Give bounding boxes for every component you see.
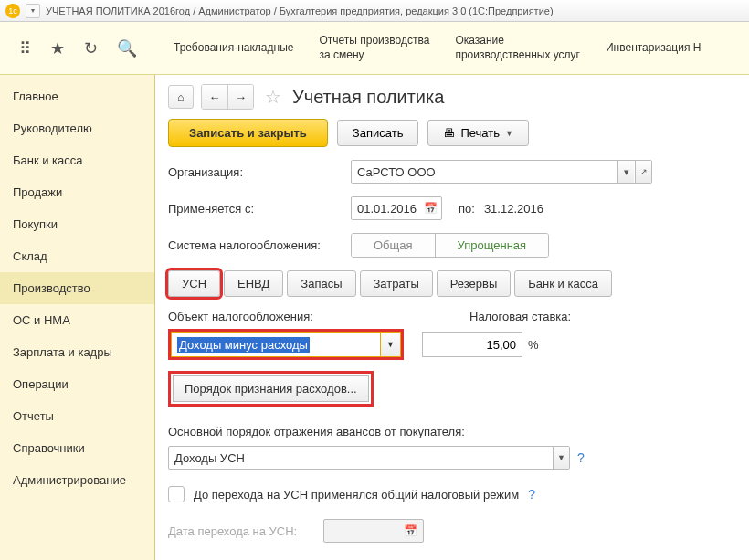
tax-rate-input[interactable] bbox=[422, 332, 522, 357]
print-label: Печать bbox=[460, 126, 500, 140]
tax-object-combo[interactable]: Доходы минус расходы ▼ bbox=[168, 329, 404, 360]
date-from-input[interactable]: 01.01.2016 📅 bbox=[351, 196, 442, 220]
link-requirements[interactable]: Требования-накладные bbox=[174, 41, 293, 56]
sidebar-item-manager[interactable]: Руководителю bbox=[0, 112, 154, 144]
page-nav: ⌂ ← → ☆ Учетная политика bbox=[168, 84, 736, 110]
link-prod-services[interactable]: Оказание производственных услуг bbox=[455, 34, 580, 62]
tab-stock[interactable]: Запасы bbox=[287, 270, 355, 297]
sidebar: Главное Руководителю Банк и касса Продаж… bbox=[0, 75, 155, 560]
taxsys-segment: Общая Упрощенная bbox=[351, 233, 549, 258]
tab-reserves[interactable]: Резервы bbox=[437, 270, 512, 297]
tab-costs[interactable]: Затраты bbox=[360, 270, 433, 297]
forward-button[interactable]: → bbox=[227, 85, 253, 109]
trans-date-label: Дата перехода на УСН: bbox=[168, 524, 314, 538]
calendar-icon-2: 📅 bbox=[404, 524, 417, 537]
tab-bank[interactable]: Банк и касса bbox=[514, 270, 612, 297]
date-from-value: 01.01.2016 bbox=[357, 202, 417, 216]
history-icon[interactable]: ↻ bbox=[84, 38, 98, 58]
applies-label: Применяется с: bbox=[168, 202, 342, 216]
date-to-value: 31.12.2016 bbox=[484, 202, 543, 216]
star-icon[interactable]: ☆ bbox=[265, 86, 281, 108]
sidebar-item-main[interactable]: Главное bbox=[0, 80, 154, 112]
sidebar-item-admin[interactable]: Администрирование bbox=[0, 464, 154, 496]
taxsys-common[interactable]: Общая bbox=[352, 234, 435, 257]
sidebar-item-sales[interactable]: Продажи bbox=[0, 176, 154, 208]
help-icon-2[interactable]: ? bbox=[528, 487, 535, 502]
tab-envd[interactable]: ЕНВД bbox=[224, 270, 283, 297]
calendar-icon[interactable]: 📅 bbox=[424, 202, 438, 215]
titlebar-dropdown[interactable]: ▾ bbox=[26, 4, 40, 18]
tab-usn[interactable]: УСН bbox=[168, 270, 220, 297]
sidebar-item-purchases[interactable]: Покупки bbox=[0, 208, 154, 240]
sidebar-item-warehouse[interactable]: Склад bbox=[0, 240, 154, 272]
search-icon[interactable]: 🔍 bbox=[117, 38, 137, 58]
avans-value: Доходы УСН bbox=[174, 451, 245, 465]
page-title: Учетная политика bbox=[292, 87, 444, 108]
avans-label: Основной порядок отражения авансов от по… bbox=[168, 425, 736, 438]
home-button[interactable]: ⌂ bbox=[168, 85, 194, 109]
apps-icon[interactable]: ⠿ bbox=[19, 38, 31, 58]
sidebar-item-bank[interactable]: Банк и касса bbox=[0, 144, 154, 176]
org-external-icon[interactable]: ↗ bbox=[635, 161, 651, 183]
action-row: Записать и закрыть Записать 🖶 Печать ▼ bbox=[168, 119, 736, 147]
sidebar-item-production[interactable]: Производство bbox=[0, 272, 154, 304]
favorite-icon[interactable]: ★ bbox=[50, 38, 65, 58]
tax-object-selected: Доходы минус расходы bbox=[177, 337, 310, 353]
chevron-down-icon: ▼ bbox=[505, 129, 513, 138]
expense-order-highlight: Порядок признания расходов... bbox=[168, 371, 374, 407]
avans-combo[interactable]: Доходы УСН ▼ bbox=[168, 446, 570, 470]
save-button[interactable]: Записать bbox=[337, 120, 419, 146]
sidebar-item-operations[interactable]: Операции bbox=[0, 368, 154, 400]
help-icon[interactable]: ? bbox=[577, 450, 585, 465]
expense-order-button[interactable]: Порядок признания расходов... bbox=[173, 375, 369, 402]
link-prod-reports[interactable]: Отчеты производства за смену bbox=[319, 34, 429, 62]
trans-date-input: 📅 bbox=[323, 519, 424, 543]
avans-dropdown-icon[interactable]: ▼ bbox=[553, 447, 569, 469]
org-label: Организация: bbox=[168, 165, 342, 179]
titlebar: 1c ▾ УЧЕТНАЯ ПОЛИТИКА 2016год / Админист… bbox=[0, 0, 749, 22]
nav-back-forward: ← → bbox=[201, 84, 254, 110]
toolbar-links: Требования-накладные Отчеты производства… bbox=[155, 22, 701, 74]
printer-icon: 🖶 bbox=[443, 126, 455, 140]
org-value: СаРСТО ООО bbox=[357, 165, 436, 179]
back-button[interactable]: ← bbox=[202, 85, 227, 109]
sidebar-item-assets[interactable]: ОС и НМА bbox=[0, 304, 154, 336]
window-title: УЧЕТНАЯ ПОЛИТИКА 2016год / Администратор… bbox=[46, 5, 554, 16]
sidebar-item-payroll[interactable]: Зарплата и кадры bbox=[0, 336, 154, 368]
taxsys-simple[interactable]: Упрощенная bbox=[435, 234, 549, 257]
save-close-button[interactable]: Записать и закрыть bbox=[168, 119, 328, 147]
rate-label: Налоговая ставка: bbox=[469, 310, 571, 323]
tax-object-dropdown-icon[interactable]: ▼ bbox=[381, 332, 401, 357]
app-icon: 1c bbox=[5, 4, 20, 18]
tax-object-value: Доходы минус расходы bbox=[171, 332, 381, 357]
percent-label: % bbox=[528, 338, 539, 352]
main-panel: ⌂ ← → ☆ Учетная политика Записать и закр… bbox=[155, 75, 749, 560]
tab-row: УСН ЕНВД Запасы Затраты Резервы Банк и к… bbox=[168, 270, 736, 297]
sidebar-item-reports[interactable]: Отчеты bbox=[0, 400, 154, 432]
org-open-icon[interactable]: ▾ bbox=[617, 161, 634, 183]
print-button[interactable]: 🖶 Печать ▼ bbox=[427, 120, 529, 146]
pre-usn-checkbox[interactable] bbox=[168, 486, 185, 502]
link-inventory[interactable]: Инвентаризация Н bbox=[606, 41, 701, 56]
toolbar-left: ⠿ ★ ↻ 🔍 bbox=[0, 38, 155, 58]
org-combo[interactable]: СаРСТО ООО ▾ ↗ bbox=[351, 160, 652, 184]
obj-label: Объект налогообложения: bbox=[168, 310, 433, 323]
to-label: по: bbox=[459, 202, 475, 216]
pre-usn-label: До перехода на УСН применялся общий нало… bbox=[194, 488, 519, 502]
taxsys-label: Система налогообложения: bbox=[168, 238, 342, 252]
top-toolbar: ⠿ ★ ↻ 🔍 Требования-накладные Отчеты прои… bbox=[0, 22, 749, 75]
sidebar-item-catalogs[interactable]: Справочники bbox=[0, 432, 154, 464]
